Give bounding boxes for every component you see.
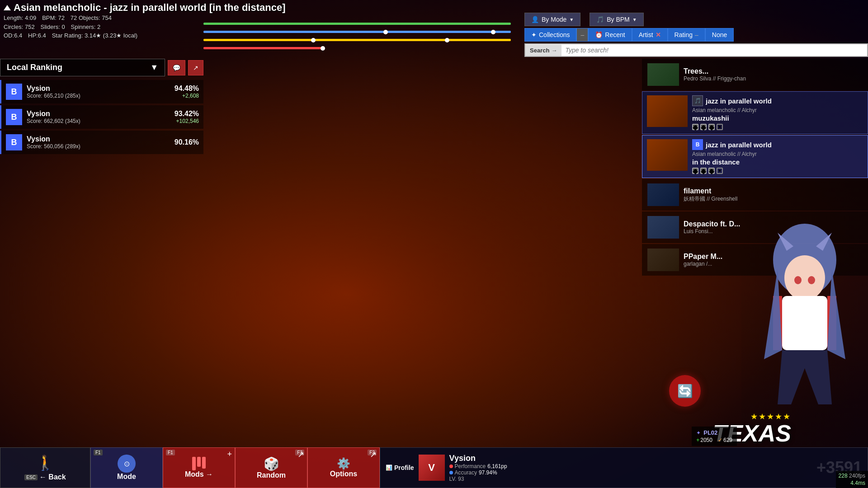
plus-random-icon: ↗	[297, 450, 304, 460]
local-ranking-panel: Local Ranking ▼ 💬 ↗ B Vysion Score: 665,…	[0, 59, 203, 156]
diff-dots-1: ◆ ◆ ◆ •	[692, 124, 772, 130]
score-info-2: Vysion Score: 662,602 (345x)	[27, 110, 170, 124]
jazz-mode-icon-2: B	[692, 139, 703, 150]
despacito-info: Despacito ft. D... Luis Fonsi...	[684, 220, 740, 235]
recent-btn[interactable]: ⏰ Recent	[588, 28, 632, 42]
acc-val: 97.94%	[479, 469, 497, 476]
filament-thumb	[647, 183, 679, 206]
pl02-header: ✦ PL02	[696, 429, 732, 436]
score-entry-2[interactable]: B Vysion Score: 662,602 (345x) 93.42% +1…	[0, 105, 203, 129]
circles-val: 752	[25, 23, 35, 30]
dot2-4: •	[717, 168, 723, 174]
back-button[interactable]: 🚶 ESC ← Back	[0, 447, 90, 488]
ranking-title: Local Ranking	[7, 63, 62, 72]
notification-circle: 🔄	[669, 375, 701, 407]
mode-label: Mode	[117, 473, 136, 481]
collections-minus-btn[interactable]: –	[576, 28, 588, 42]
trees-title: Trees...	[684, 67, 746, 75]
by-mode-btn[interactable]: 👤 By Mode ▼	[524, 13, 580, 26]
profile-info: Vysion Performance 6,161pp Accuracy 97.9…	[449, 454, 812, 482]
ppaper-title: PPaper M...	[684, 253, 722, 261]
jazz-info-2: B jazz in parallel world Asian melanchol…	[692, 139, 772, 174]
options-button[interactable]: F2 ↗ ⚙️ Options	[307, 447, 380, 488]
random-label: Random	[257, 471, 286, 479]
rating-btn[interactable]: Rating –	[668, 28, 705, 42]
score-details-3: Score: 560,056 (289x)	[27, 143, 170, 150]
profile-name: Vysion	[449, 454, 812, 463]
search-input[interactable]	[561, 44, 867, 56]
trees-artist: Pedro Silva // Friggy-chan	[684, 75, 746, 82]
score-info-3: Vysion Score: 560,056 (289x)	[27, 135, 170, 150]
options-sliders-icon: ⚙️	[337, 457, 350, 470]
filament-artist: 妖精帝國 // Greenshell	[684, 195, 737, 203]
f1-mods-badge: F1	[166, 450, 175, 455]
artist-btn[interactable]: Artist ✕	[632, 28, 668, 42]
score-pp-2: +102,546	[175, 118, 199, 124]
x-icon: ✕	[656, 31, 661, 38]
ranking-chat-btn[interactable]: 💬	[168, 60, 185, 75]
minus-icon: –	[580, 31, 584, 38]
esc-badge: ESC	[24, 474, 38, 480]
graph-icon: 📊	[386, 465, 392, 471]
collections-btn[interactable]: ✦ Collections	[524, 28, 576, 42]
filament-info: filament 妖精帝國 // Greenshell	[684, 187, 737, 203]
mode-icon-btn: 👤	[531, 16, 539, 23]
none-btn[interactable]: None	[705, 28, 734, 42]
plus-stat-icon: +	[696, 437, 699, 443]
up-arrow-icon	[4, 5, 11, 10]
ranking-export-btn[interactable]: ↗	[188, 60, 203, 75]
acc-label: Accuracy	[455, 469, 477, 476]
accuracy-stat: Accuracy 97.94%	[449, 469, 812, 476]
score-entry-3[interactable]: B Vysion Score: 560,056 (289x) 90.16%	[0, 131, 203, 154]
jazz-diff-1: muzukashii	[692, 114, 772, 122]
song-detail-jazz-2[interactable]: B jazz in parallel world Asian melanchol…	[642, 135, 868, 178]
level-stat: LV. 93	[449, 476, 812, 482]
jazz-diff-2: in the distance	[692, 158, 772, 166]
jazz-artist-1: Asian melancholic // Alchyr	[692, 107, 772, 113]
random-button[interactable]: F3 ↗ 🎲 Random	[235, 447, 307, 488]
plus-mods-icon: +	[227, 450, 232, 459]
svg-point-1	[784, 255, 825, 300]
fps-unit: 240fps	[849, 473, 865, 479]
pl02-stats: + 2050 ✓ 629	[696, 437, 732, 443]
jazz-mode-icon-1: 🎵	[692, 95, 703, 106]
ranking-dropdown[interactable]: Local Ranking ▼	[0, 59, 165, 76]
filter-row: ✦ Collections – ⏰ Recent Artist ✕ Rating…	[524, 28, 868, 42]
song-item-filament[interactable]: filament 妖精帝國 // Greenshell	[642, 179, 868, 211]
mods-label: Mods →	[185, 470, 213, 479]
bar-red	[203, 47, 323, 49]
dropdown-chevron: ▼	[150, 63, 158, 72]
score-name-1: Vysion	[27, 84, 170, 93]
bpm-val: 72	[58, 14, 65, 21]
bar-node2	[491, 30, 495, 34]
jazz-detail-header-2: B jazz in parallel world Asian melanchol…	[642, 136, 868, 178]
mode-button[interactable]: F1 ⊙ Mode	[90, 447, 163, 488]
jazz-title-2: jazz in parallel world	[706, 141, 772, 149]
score-details-1: Score: 665,210 (285x)	[27, 93, 170, 99]
ranking-header: Local Ranking ▼ 💬 ↗	[0, 59, 203, 76]
by-bpm-btn[interactable]: 🎵 By BPM ▼	[590, 13, 643, 26]
back-label: ← Back	[39, 473, 66, 481]
mod-bar-3	[202, 457, 206, 469]
song-item-trees[interactable]: Trees... Pedro Silva // Friggy-chan	[642, 59, 868, 90]
none-label: None	[712, 31, 727, 38]
jazz-thumb-2	[647, 139, 688, 171]
right-controls: 👤 By Mode ▼ 🎵 By BPM ▼ ✦ Collections – ⏰…	[524, 13, 868, 57]
score-entry-1[interactable]: B Vysion Score: 665,210 (285x) 94.48% +2…	[0, 80, 203, 103]
ppaper-info: PPaper M... garlagan /...	[684, 253, 722, 267]
dot-1: ◆	[692, 124, 698, 130]
trees-info: Trees... Pedro Silva // Friggy-chan	[684, 67, 746, 82]
spacer	[580, 13, 590, 26]
svg-rect-2	[782, 296, 827, 350]
fps-number: 228	[839, 473, 848, 479]
mods-button[interactable]: F1 + Mods →	[163, 447, 235, 488]
song-detail-jazz-1[interactable]: 🎵 jazz in parallel world Asian melanchol…	[642, 91, 868, 134]
score-pct-val-3: 90.16%	[175, 138, 199, 146]
by-bpm-label: By BPM	[607, 16, 630, 23]
mod-bar-2	[197, 457, 201, 467]
check-stat-icon: ✓	[718, 437, 722, 443]
plus-options-icon: ↗	[370, 450, 377, 460]
search-tag: Search →	[525, 45, 561, 56]
lv-label: LV.	[449, 476, 457, 482]
chevron-down-icon: ▼	[569, 17, 574, 22]
